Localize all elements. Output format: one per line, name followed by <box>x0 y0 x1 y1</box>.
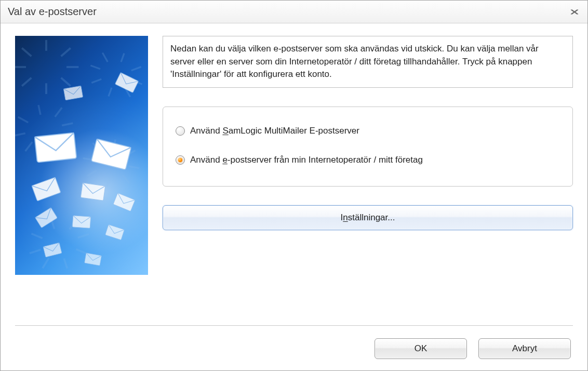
description-text: Nedan kan du välja vilken e-postserver s… <box>170 44 539 79</box>
window-title: Val av e-postserver <box>8 6 97 18</box>
ok-button[interactable]: OK <box>375 338 467 359</box>
radio-indicator <box>176 155 185 165</box>
radio-isp-server[interactable]: Använd e-postserver från min Internetope… <box>176 155 560 165</box>
sidebar-image <box>15 36 148 275</box>
upper-panel: Nedan kan du välja vilken e-postserver s… <box>15 36 573 316</box>
right-panel: Nedan kan du välja vilken e-postserver s… <box>163 36 573 316</box>
radio-label: Använd SamLogic MultiMailer E-postserver <box>190 126 359 136</box>
titlebar: Val av e-postserver <box>1 1 587 23</box>
description-box: Nedan kan du välja vilken e-postserver s… <box>163 36 573 88</box>
settings-button[interactable]: Inställningar... <box>163 205 573 230</box>
radio-label: Använd e-postserver från min Internetope… <box>190 155 423 165</box>
close-icon[interactable] <box>569 8 580 16</box>
footer: OK Avbryt <box>15 326 573 359</box>
radio-indicator <box>176 126 185 136</box>
client-area: Nedan kan du välja vilken e-postserver s… <box>1 23 587 370</box>
cancel-button[interactable]: Avbryt <box>478 338 571 359</box>
radio-samlogic-server[interactable]: Använd SamLogic MultiMailer E-postserver <box>176 126 560 136</box>
server-radio-group: Använd SamLogic MultiMailer E-postserver… <box>163 107 573 187</box>
dialog-window: Val av e-postserver <box>0 0 588 371</box>
